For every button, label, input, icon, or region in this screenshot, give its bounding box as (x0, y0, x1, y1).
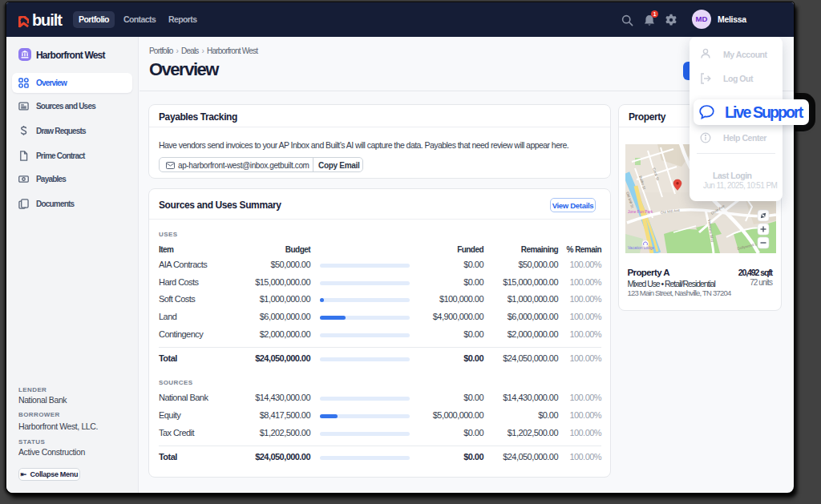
svg-text:Vacation Lodge: Vacation Lodge (628, 246, 654, 250)
svg-text:Jone Fun Park: Jone Fun Park (628, 210, 653, 214)
